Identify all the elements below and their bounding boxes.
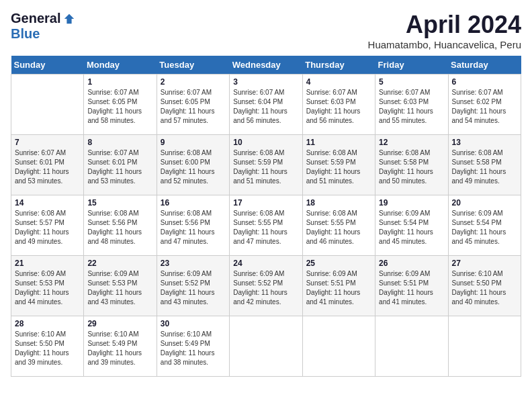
day-info: Sunrise: 6:07 AMSunset: 6:03 PMDaylight:… (306, 88, 371, 126)
logo-icon (63, 13, 75, 25)
day-number: 3 (233, 77, 298, 87)
day-info: Sunrise: 6:08 AMSunset: 5:58 PMDaylight:… (452, 148, 517, 186)
calendar-cell: 14Sunrise: 6:08 AMSunset: 5:57 PMDayligh… (11, 195, 84, 256)
day-number: 27 (452, 259, 517, 268)
calendar-cell: 27Sunrise: 6:10 AMSunset: 5:50 PMDayligh… (448, 256, 521, 316)
calendar-cell (11, 75, 84, 135)
day-info: Sunrise: 6:09 AMSunset: 5:53 PMDaylight:… (15, 269, 80, 307)
calendar-cell: 23Sunrise: 6:09 AMSunset: 5:52 PMDayligh… (157, 256, 229, 316)
calendar-cell: 6Sunrise: 6:07 AMSunset: 6:02 PMDaylight… (448, 75, 521, 135)
day-info: Sunrise: 6:09 AMSunset: 5:54 PMDaylight:… (379, 209, 444, 246)
calendar-header-sunday: Sunday (11, 56, 84, 75)
calendar-cell: 16Sunrise: 6:08 AMSunset: 5:56 PMDayligh… (157, 195, 229, 256)
calendar-cell: 29Sunrise: 6:10 AMSunset: 5:49 PMDayligh… (84, 316, 157, 377)
day-info: Sunrise: 6:08 AMSunset: 5:58 PMDaylight:… (379, 148, 444, 186)
calendar-week-row: 21Sunrise: 6:09 AMSunset: 5:53 PMDayligh… (11, 256, 521, 316)
day-info: Sunrise: 6:10 AMSunset: 5:49 PMDaylight:… (87, 330, 152, 367)
day-number: 7 (15, 138, 80, 147)
day-info: Sunrise: 6:09 AMSunset: 5:51 PMDaylight:… (379, 269, 444, 307)
day-number: 19 (379, 198, 444, 208)
day-info: Sunrise: 6:07 AMSunset: 6:01 PMDaylight:… (87, 148, 152, 186)
day-info: Sunrise: 6:07 AMSunset: 6:01 PMDaylight:… (15, 148, 80, 186)
day-number: 6 (452, 77, 517, 87)
calendar-cell: 13Sunrise: 6:08 AMSunset: 5:58 PMDayligh… (448, 135, 521, 195)
day-info: Sunrise: 6:08 AMSunset: 5:59 PMDaylight:… (233, 148, 298, 186)
day-info: Sunrise: 6:07 AMSunset: 6:02 PMDaylight:… (452, 88, 517, 126)
day-info: Sunrise: 6:10 AMSunset: 5:50 PMDaylight:… (452, 269, 517, 307)
day-info: Sunrise: 6:07 AMSunset: 6:05 PMDaylight:… (161, 88, 226, 126)
day-info: Sunrise: 6:10 AMSunset: 5:49 PMDaylight:… (161, 330, 226, 367)
day-number: 5 (379, 77, 444, 87)
calendar-header-friday: Friday (375, 56, 448, 75)
day-number: 12 (379, 138, 444, 147)
location: Huamatambo, Huancavelica, Peru (368, 39, 521, 50)
day-number: 4 (306, 77, 371, 87)
calendar-cell: 24Sunrise: 6:09 AMSunset: 5:52 PMDayligh… (230, 256, 302, 316)
day-number: 15 (87, 198, 152, 208)
day-info: Sunrise: 6:07 AMSunset: 6:03 PMDaylight:… (379, 88, 444, 126)
calendar-week-row: 1Sunrise: 6:07 AMSunset: 6:05 PMDaylight… (11, 75, 521, 135)
calendar-cell: 26Sunrise: 6:09 AMSunset: 5:51 PMDayligh… (375, 256, 448, 316)
day-number: 24 (233, 259, 298, 268)
day-info: Sunrise: 6:07 AMSunset: 6:04 PMDaylight:… (233, 88, 298, 126)
calendar-cell: 30Sunrise: 6:10 AMSunset: 5:49 PMDayligh… (157, 316, 229, 377)
calendar-table: SundayMondayTuesdayWednesdayThursdayFrid… (11, 56, 521, 377)
calendar-cell: 28Sunrise: 6:10 AMSunset: 5:50 PMDayligh… (11, 316, 84, 377)
calendar-week-row: 14Sunrise: 6:08 AMSunset: 5:57 PMDayligh… (11, 195, 521, 256)
calendar-cell: 1Sunrise: 6:07 AMSunset: 6:05 PMDaylight… (84, 75, 157, 135)
calendar-cell: 4Sunrise: 6:07 AMSunset: 6:03 PMDaylight… (302, 75, 375, 135)
day-number: 14 (15, 198, 80, 208)
day-info: Sunrise: 6:08 AMSunset: 5:57 PMDaylight:… (15, 209, 80, 246)
calendar-header-tuesday: Tuesday (157, 56, 229, 75)
day-info: Sunrise: 6:09 AMSunset: 5:54 PMDaylight:… (452, 209, 517, 246)
day-number: 25 (306, 259, 371, 268)
day-number: 1 (87, 77, 152, 87)
calendar-cell (448, 316, 521, 377)
calendar-cell: 11Sunrise: 6:08 AMSunset: 5:59 PMDayligh… (302, 135, 375, 195)
calendar-header-thursday: Thursday (302, 56, 375, 75)
logo-general-text: General (11, 11, 60, 26)
calendar-cell: 2Sunrise: 6:07 AMSunset: 6:05 PMDaylight… (157, 75, 229, 135)
day-info: Sunrise: 6:08 AMSunset: 5:56 PMDaylight:… (87, 209, 152, 246)
calendar-cell: 22Sunrise: 6:09 AMSunset: 5:53 PMDayligh… (84, 256, 157, 316)
calendar-cell: 9Sunrise: 6:08 AMSunset: 6:00 PMDaylight… (157, 135, 229, 195)
calendar-cell: 25Sunrise: 6:09 AMSunset: 5:51 PMDayligh… (302, 256, 375, 316)
day-info: Sunrise: 6:09 AMSunset: 5:52 PMDaylight:… (233, 269, 298, 307)
month-title: April 2024 (368, 11, 521, 39)
title-block: April 2024 Huamatambo, Huancavelica, Per… (368, 11, 521, 50)
day-number: 10 (233, 138, 298, 147)
day-info: Sunrise: 6:10 AMSunset: 5:50 PMDaylight:… (15, 330, 80, 367)
logo: General Blue (11, 11, 75, 42)
calendar-cell: 5Sunrise: 6:07 AMSunset: 6:03 PMDaylight… (375, 75, 448, 135)
day-number: 20 (452, 198, 517, 208)
day-info: Sunrise: 6:08 AMSunset: 6:00 PMDaylight:… (161, 148, 226, 186)
day-number: 16 (161, 198, 226, 208)
logo-blue-text: Blue (11, 26, 40, 42)
calendar-cell: 7Sunrise: 6:07 AMSunset: 6:01 PMDaylight… (11, 135, 84, 195)
day-info: Sunrise: 6:07 AMSunset: 6:05 PMDaylight:… (87, 88, 152, 126)
calendar-header-saturday: Saturday (448, 56, 521, 75)
calendar-cell (302, 316, 375, 377)
day-number: 26 (379, 259, 444, 268)
calendar-cell (230, 316, 302, 377)
calendar-header-monday: Monday (84, 56, 157, 75)
calendar-week-row: 7Sunrise: 6:07 AMSunset: 6:01 PMDaylight… (11, 135, 521, 195)
day-info: Sunrise: 6:08 AMSunset: 5:56 PMDaylight:… (161, 209, 226, 246)
day-info: Sunrise: 6:09 AMSunset: 5:53 PMDaylight:… (87, 269, 152, 307)
calendar-cell (375, 316, 448, 377)
calendar-cell: 8Sunrise: 6:07 AMSunset: 6:01 PMDaylight… (84, 135, 157, 195)
day-info: Sunrise: 6:08 AMSunset: 5:55 PMDaylight:… (233, 209, 298, 246)
day-number: 28 (15, 319, 80, 328)
calendar-cell: 19Sunrise: 6:09 AMSunset: 5:54 PMDayligh… (375, 195, 448, 256)
calendar-header-row: SundayMondayTuesdayWednesdayThursdayFrid… (11, 56, 521, 75)
day-number: 29 (87, 319, 152, 328)
day-number: 2 (161, 77, 226, 87)
day-info: Sunrise: 6:09 AMSunset: 5:52 PMDaylight:… (161, 269, 226, 307)
calendar-cell: 10Sunrise: 6:08 AMSunset: 5:59 PMDayligh… (230, 135, 302, 195)
day-number: 30 (161, 319, 226, 328)
day-number: 22 (87, 259, 152, 268)
calendar-cell: 18Sunrise: 6:08 AMSunset: 5:55 PMDayligh… (302, 195, 375, 256)
calendar-cell: 21Sunrise: 6:09 AMSunset: 5:53 PMDayligh… (11, 256, 84, 316)
calendar-cell: 15Sunrise: 6:08 AMSunset: 5:56 PMDayligh… (84, 195, 157, 256)
calendar-cell: 12Sunrise: 6:08 AMSunset: 5:58 PMDayligh… (375, 135, 448, 195)
